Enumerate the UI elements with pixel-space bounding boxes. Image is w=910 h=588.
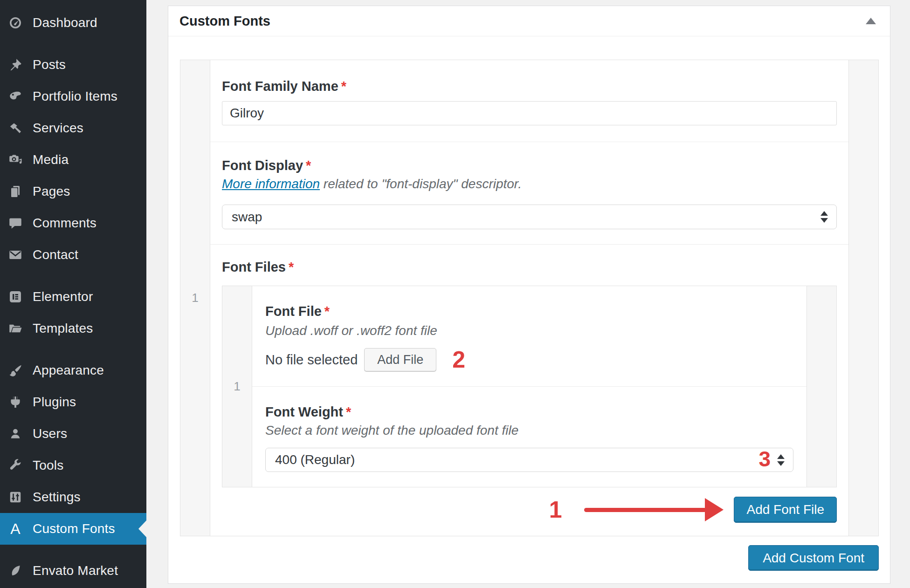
camera-icon	[7, 152, 23, 168]
custom-fonts-metabox: Custom Fonts 1 Font Family Name* Font Di…	[168, 6, 890, 584]
sidebar-item-label: Tools	[33, 458, 63, 473]
row-actions-column	[848, 60, 878, 536]
comment-bubble-icon	[7, 215, 23, 231]
sidebar-item-services[interactable]: Services	[0, 112, 146, 144]
row-actions-column	[807, 286, 836, 487]
add-font-file-button[interactable]: Add Font File	[734, 497, 837, 523]
custom-fonts-a-icon: A	[7, 521, 23, 537]
font-family-label: Font Family Name*	[222, 78, 837, 95]
annotation-step-1: 1	[549, 498, 562, 521]
annotation-step-3: 3	[758, 448, 771, 470]
font-file-description: Upload .woff or .woff2 font file	[265, 323, 793, 338]
font-weight-selected-value: 400 (Regular)	[275, 452, 355, 467]
sidebar-item-label: Templates	[33, 321, 93, 336]
sidebar-item-label: Contact	[33, 247, 78, 262]
page-title: Custom Fonts	[179, 14, 270, 29]
sidebar-item-label: Comments	[33, 216, 97, 231]
sidebar-item-settings[interactable]: Settings	[0, 481, 146, 513]
sidebar-item-pages[interactable]: Pages	[0, 176, 146, 207]
row-number: 1	[222, 286, 252, 487]
required-asterisk: *	[306, 158, 311, 173]
envato-leaf-icon	[7, 563, 23, 579]
sidebar-item-elementor[interactable]: Elementor	[0, 281, 146, 313]
font-file-fields: Font File* Upload .woff or .woff2 font f…	[252, 286, 807, 487]
sidebar-item-appearance[interactable]: Appearance	[0, 355, 146, 386]
annotation-step-2: 2	[452, 348, 465, 371]
user-icon	[7, 426, 23, 442]
metabox-header-toggle[interactable]: Custom Fonts	[168, 6, 890, 36]
palette-icon	[7, 89, 23, 104]
required-asterisk: *	[341, 79, 346, 94]
sidebar-item-users[interactable]: Users	[0, 418, 146, 450]
font-family-name-input[interactable]	[222, 101, 837, 125]
sidebar-item-media[interactable]: Media	[0, 144, 146, 176]
font-weight-select[interactable]: 400 (Regular) 3	[265, 448, 793, 472]
sidebar-item-plugins[interactable]: Plugins	[0, 386, 146, 418]
font-weight-subsection: Font Weight* Select a font weight of the…	[252, 387, 807, 487]
sidebar-item-custom-fonts[interactable]: A Custom Fonts	[0, 513, 146, 545]
sidebar-item-label: Pages	[33, 184, 70, 199]
font-file-subsection: Font File* Upload .woff or .woff2 font f…	[252, 286, 807, 387]
sidebar-item-label: Dashboard	[33, 15, 97, 30]
sidebar-item-posts[interactable]: Posts	[0, 49, 146, 81]
font-display-select[interactable]: swap	[222, 205, 837, 229]
dashboard-icon	[7, 15, 23, 31]
sidebar-item-envato-market[interactable]: Envato Market	[0, 555, 146, 587]
sidebar-item-portfolio-items[interactable]: Portfolio Items	[0, 81, 146, 112]
font-weight-description: Select a font weight of the uploaded fon…	[265, 423, 793, 438]
file-status-text: No file selected	[265, 352, 358, 368]
elementor-icon	[7, 289, 23, 305]
font-display-description: More information related to "font-displa…	[222, 177, 837, 191]
sidebar-item-label: Posts	[33, 57, 66, 72]
folder-icon	[7, 321, 23, 336]
select-stepper-icon	[777, 454, 785, 466]
sidebar-item-label: Plugins	[33, 395, 76, 410]
required-asterisk: *	[324, 304, 330, 319]
collapse-arrow-icon	[866, 18, 876, 24]
annotation-arrow-icon	[584, 498, 724, 521]
sidebar-item-label: Custom Fonts	[33, 521, 115, 536]
sidebar-item-label: Envato Market	[33, 563, 118, 578]
font-display-label: Font Display*	[222, 157, 837, 174]
custom-font-fields: Font Family Name* Font Display* More inf…	[210, 60, 848, 536]
sidebar-item-contact[interactable]: Contact	[0, 239, 146, 271]
pushpin-icon	[7, 57, 23, 73]
font-files-section: Font Files* 1 Font File* Upload .woff or…	[210, 245, 848, 536]
sidebar-item-label: Users	[33, 426, 67, 441]
wrench-icon	[7, 458, 23, 473]
add-file-button[interactable]: Add File	[364, 348, 436, 371]
required-asterisk: *	[289, 260, 294, 274]
add-font-file-row: 1 Add Font File	[222, 497, 837, 523]
file-upload-row: No file selected Add File 2	[265, 348, 793, 371]
sidebar-item-label: Services	[33, 121, 83, 136]
font-display-selected-value: swap	[232, 210, 262, 225]
sidebar-item-templates[interactable]: Templates	[0, 313, 146, 344]
sidebar-item-dashboard[interactable]: Dashboard	[0, 7, 146, 39]
font-file-repeater-row: 1 Font File* Upload .woff or .woff2 font…	[222, 286, 837, 487]
plug-icon	[7, 394, 23, 410]
font-family-section: Font Family Name*	[210, 60, 848, 142]
more-information-link[interactable]: More information	[222, 177, 320, 191]
footer-actions: Add Custom Font	[180, 545, 879, 571]
sidebar-item-tools[interactable]: Tools	[0, 450, 146, 481]
font-files-label: Font Files*	[222, 259, 837, 275]
font-file-label: Font File*	[265, 303, 793, 320]
sidebar-item-label: Appearance	[33, 363, 104, 378]
row-number: 1	[180, 60, 210, 536]
admin-sidebar: Dashboard Posts Portfolio Items Services…	[0, 0, 146, 588]
required-asterisk: *	[346, 404, 351, 419]
sidebar-item-label: Media	[33, 152, 69, 167]
sidebar-item-comments[interactable]: Comments	[0, 207, 146, 239]
sidebar-item-label: Settings	[33, 490, 81, 505]
select-stepper-icon	[820, 211, 828, 223]
custom-font-repeater-row: 1 Font Family Name* Font Display* More i…	[180, 60, 879, 536]
settings-icon	[7, 489, 23, 505]
sidebar-item-label: Elementor	[33, 289, 93, 304]
add-custom-font-button[interactable]: Add Custom Font	[748, 545, 879, 571]
paintbrush-icon	[7, 362, 23, 378]
hammer-icon	[7, 120, 23, 136]
pages-icon	[7, 184, 23, 199]
envelope-icon	[7, 247, 23, 263]
sidebar-item-label: Portfolio Items	[33, 89, 117, 104]
font-display-section: Font Display* More information related t…	[210, 142, 848, 245]
